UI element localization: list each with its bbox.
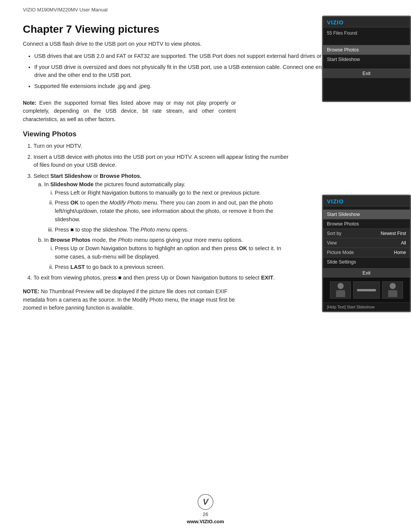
tv-header-1: VIZIO <box>323 17 410 27</box>
vizio-logo-text-2: VIZIO <box>327 198 344 204</box>
website-text: www.VIZIO.com <box>187 519 224 524</box>
vizio-v-icon: V <box>203 497 209 507</box>
picture-mode-value: Home <box>394 250 406 255</box>
tv-thumb-1 <box>330 281 351 299</box>
tv-logo-2: VIZIO <box>327 198 406 204</box>
roman-list-a: Press Left or Right Navigation buttons t… <box>55 189 289 234</box>
bold-exit: EXIT <box>261 275 273 281</box>
note-bottom-text: No Thumbnail Preview will be displayed i… <box>23 288 235 311</box>
list-item: Press ■ to stop the slideshow. The Photo… <box>55 226 289 234</box>
tv-menu-exit-2: Exit <box>323 268 410 278</box>
note-label: Note: <box>23 100 37 106</box>
list-item: Insert a USB device with photos into the… <box>33 153 289 170</box>
note-bottom-label: NOTE: <box>23 288 40 294</box>
note-block: Note: Even the supported format files li… <box>23 99 236 124</box>
person-icon-1 <box>336 283 345 297</box>
italic-photo-menu-1: Photo menu <box>140 227 170 233</box>
tv-menu-browse-photos-2: Browse Photos <box>323 219 410 228</box>
tv-bottom-area-1 <box>323 78 410 101</box>
tv-spacer <box>323 38 410 45</box>
tv-menu-sort-by: Sort by Newest First <box>323 228 410 238</box>
tv-screen-2: VIZIO Start Slideshow Browse Photos Sort… <box>322 195 411 312</box>
view-label: View <box>327 240 337 246</box>
person-head-2 <box>390 283 396 289</box>
tv-menu-start-slideshow: Start Slideshow <box>323 54 410 64</box>
tv-menu-start-slideshow-2: Start Slideshow <box>323 209 410 219</box>
page-header: VIZIO M190MV/M220MV User Manual <box>0 0 411 16</box>
tv-menu-exit-1: Exit <box>323 69 410 78</box>
tv-logo-1: VIZIO <box>327 19 406 26</box>
tv-menu-picture-mode: Picture Mode Home <box>323 248 410 257</box>
tv-spacer3 <box>323 206 410 209</box>
list-item: Press LAST to go back to a previous scre… <box>55 263 289 272</box>
page-footer: V 26 www.VIZIO.com <box>0 494 411 524</box>
note-bottom: NOTE: No Thumbnail Preview will be displ… <box>23 288 247 312</box>
sort-value: Newest First <box>381 231 406 236</box>
numbered-list: Turn on your HDTV. Insert a USB device w… <box>33 142 289 282</box>
sort-label: Sort by <box>327 231 341 236</box>
files-found-text: 55 Files Found <box>327 30 357 36</box>
italic-modify-photo: Modify Photo <box>109 200 142 206</box>
person-body-1 <box>336 290 345 297</box>
section-title-viewing-photos: Viewing Photos <box>23 130 289 138</box>
person-head-1 <box>338 283 344 289</box>
list-item: Press OK to open the Modify Photo menu. … <box>55 199 289 224</box>
list-item: To exit from viewing photos, press ■ and… <box>33 274 289 282</box>
vizio-logo-text: VIZIO <box>327 19 344 26</box>
content-with-sidebar: Note: Even the supported format files li… <box>23 94 388 312</box>
thumb-bar <box>357 289 376 291</box>
tv-thumb-2 <box>353 281 380 299</box>
view-value: All <box>401 240 406 246</box>
list-item: Press Up or Down Navigation buttons to h… <box>55 244 289 261</box>
tv-menu-browse-photos: Browse Photos <box>323 45 410 54</box>
person-icon-2 <box>388 283 397 297</box>
roman-list-b: Press Up or Down Navigation buttons to h… <box>55 244 289 271</box>
bold-ok-1: OK <box>70 200 79 206</box>
sidebar-column: VIZIO 55 Files Found Browse Photos Start… <box>297 94 388 312</box>
bold-ok-2: OK <box>239 245 247 251</box>
tv-menu-slide-settings: Slide Settings <box>323 257 410 267</box>
bold-start-slideshow: Start Slideshow <box>50 173 92 179</box>
italic-photo-menu-2: Photo menu <box>118 237 148 243</box>
list-item: In Browse Photos mode, the Photo menu op… <box>44 236 289 271</box>
picture-mode-label: Picture Mode <box>327 250 354 255</box>
help-text-content: [Help Text] Start Slideshow <box>327 305 374 309</box>
page-number: 26 <box>203 511 208 517</box>
note-text: Even the supported format files listed a… <box>23 100 236 122</box>
list-item: Turn on your HDTV. <box>33 142 289 150</box>
tv-screen-1: VIZIO 55 Files Found Browse Photos Start… <box>322 16 411 102</box>
list-item: In Slideshow Mode the pictures found aut… <box>44 181 289 234</box>
bold-slideshow-mode: Slideshow Mode <box>50 181 94 187</box>
tv-help-text: [Help Text] Start Slideshow <box>323 302 410 311</box>
vizio-logo-circle: V <box>198 494 213 510</box>
bold-browse-photos: Browse Photos. <box>100 173 142 179</box>
tv-menu-view: View All <box>323 238 410 248</box>
header-text: VIZIO M190MV/M220MV User Manual <box>23 7 108 13</box>
tv-files-found: 55 Files Found <box>323 27 410 38</box>
alpha-list: In Slideshow Mode the pictures found aut… <box>44 181 289 272</box>
tv-thumbnail-area <box>323 278 410 302</box>
list-item: Press Left or Right Navigation buttons t… <box>55 189 289 197</box>
tv-spacer2 <box>323 64 410 69</box>
tv-header-2: VIZIO <box>323 196 410 206</box>
bold-browse-photos-mode: Browse Photos <box>50 237 91 243</box>
list-item: Select Start Slideshow or Browse Photos.… <box>33 172 289 271</box>
bold-last: LAST <box>70 264 85 270</box>
text-column: Note: Even the supported format files li… <box>23 94 289 312</box>
main-content: Chapter 7 Viewing pictures Connect a USB… <box>0 16 411 312</box>
person-body-2 <box>388 290 397 297</box>
tv-thumb-3 <box>382 281 403 299</box>
